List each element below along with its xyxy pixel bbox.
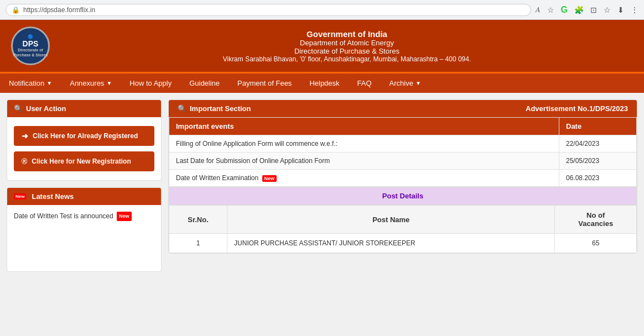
nav-helpdesk[interactable]: Helpdesk [300,74,348,93]
main-content: 🔍 User Action ➜ Click Here for Already R… [0,93,644,279]
right-panel-header: 🔍 Important Section Advertisement No.1/D… [169,100,637,117]
nav-bar: Notification ▼ Annexures ▼ How to Apply … [0,72,644,93]
nav-how-to-apply[interactable]: How to Apply [121,74,180,93]
important-icon: 🔍 [178,104,186,113]
lock-icon: 🔒 [12,6,20,14]
user-action-panel: 🔍 User Action ➜ Click Here for Already R… [7,99,162,181]
nav-guideline[interactable]: Guideline [180,74,228,93]
post-vacancies-1: 65 [555,234,637,253]
header-line2: Department of Atomic Energy [61,39,633,47]
site-header: 🔵 DPS Directorate of Purchase & Stores G… [0,20,644,72]
archive-label: Archive [389,79,413,87]
user-action-header: 🔍 User Action [7,100,161,117]
archive-arrow: ▼ [416,80,421,86]
event-date-3: 06.08.2023 [559,170,637,187]
event-row-3: Date of Written Examination New 06.08.20… [169,170,637,187]
notification-label: Notification [9,79,44,87]
split-icon[interactable]: ⊡ [590,6,597,14]
faq-label: FAQ [357,79,372,87]
latest-news-header: New Latest News [7,188,161,205]
post-name-1: JUNIOR PURCHASE ASSISTANT/ JUNIOR STOREK… [227,234,555,253]
helpdesk-label: Helpdesk [309,79,339,87]
url-text: https://dpsdae.formflix.in [23,6,95,14]
nav-annexures[interactable]: Annexures ▼ [61,74,121,93]
vacancies-header: No ofVacancies [555,206,637,234]
nav-archive[interactable]: Archive ▼ [381,74,430,93]
fav-icon[interactable]: ☆ [604,6,611,14]
new-reg-icon: ® [22,157,27,166]
puzzle-icon[interactable]: 🧩 [574,6,584,14]
user-action-title: User Action [26,104,66,113]
how-to-apply-label: How to Apply [129,79,172,87]
already-registered-label: Click Here for Already Registered [33,132,138,140]
read-icon[interactable]: 𝐴 [536,5,541,14]
sr-no-header: Sr.No. [169,206,227,234]
news-body: Date of Written Test is announced New [7,205,161,271]
events-header: Important events [169,118,559,135]
post-details-header: Post Details [169,187,637,205]
header-address: Vikram Sarabhai Bhavan, '0' floor, Anush… [61,55,633,63]
event-row-1: Filling of Online Application Form will … [169,135,637,153]
payment-label: Payment of Fees [237,79,292,87]
browser-bar: 🔒 https://dpsdae.formflix.in 𝐴 ☆ G 🧩 ⊡ ☆… [0,0,644,20]
written-exam-new-badge: New [262,175,277,182]
latest-news-panel: New Latest News Date of Written Test is … [7,187,162,272]
menu-icon[interactable]: ⋮ [631,6,638,14]
date-header: Date [559,118,637,135]
star-icon[interactable]: ☆ [547,6,554,14]
registered-icon: ➜ [22,132,28,140]
annexures-arrow: ▼ [106,80,112,86]
event-label-2: Last Date for Submission of Online Appli… [169,153,559,170]
post-table: Sr.No. Post Name No ofVacancies 1 JUNIOR… [169,205,637,253]
nav-payment-of-fees[interactable]: Payment of Fees [228,74,300,93]
event-date-2: 25/05/2023 [559,153,637,170]
new-registration-label: Click Here for New Registration [32,158,131,165]
download-icon[interactable]: ⬇ [617,6,624,14]
guideline-label: Guideline [189,79,220,87]
left-panel: 🔍 User Action ➜ Click Here for Already R… [7,99,162,272]
site-logo: 🔵 DPS Directorate of Purchase & Stores [11,27,50,65]
latest-news-title: Latest News [32,192,74,201]
nav-faq[interactable]: FAQ [349,74,381,93]
annexures-label: Annexures [70,79,104,87]
new-registration-button[interactable]: ® Click Here for New Registration [14,151,154,171]
header-line1: Government of India [61,29,633,39]
g-icon[interactable]: G [561,5,568,15]
url-bar[interactable]: 🔒 https://dpsdae.formflix.in [6,4,531,16]
browser-icons: 𝐴 ☆ G 🧩 ⊡ ☆ ⬇ ⋮ [536,5,638,15]
event-label-3: Date of Written Examination New [169,170,559,187]
notification-arrow: ▼ [46,80,52,86]
nav-notification[interactable]: Notification ▼ [0,74,61,93]
event-label-1: Filling of Online Application Form will … [169,135,559,153]
news-new-badge: New [117,212,132,221]
news-text: Date of Written Test is announced New [14,211,154,222]
post-sr-no-1: 1 [169,234,227,253]
advertisement-number: Advertisement No.1/DPS/2023 [526,104,628,113]
already-registered-button[interactable]: ➜ Click Here for Already Registered [14,126,154,146]
event-row-2: Last Date for Submission of Online Appli… [169,153,637,170]
post-row-1: 1 JUNIOR PURCHASE ASSISTANT/ JUNIOR STOR… [169,234,637,253]
news-new-badge-header: New [14,193,26,200]
right-panel: 🔍 Important Section Advertisement No.1/D… [168,99,637,254]
header-text: Government of India Department of Atomic… [61,29,633,63]
important-events-table: Important events Date Filling of Online … [169,117,637,187]
post-name-header: Post Name [227,206,555,234]
user-action-body: ➜ Click Here for Already Registered ® Cl… [7,117,161,180]
event-date-1: 22/04/2023 [559,135,637,153]
header-line3: Directorate of Purchase & Stores [61,47,633,55]
user-action-icon: 🔍 [14,104,23,113]
important-section-title: 🔍 Important Section [178,104,251,113]
